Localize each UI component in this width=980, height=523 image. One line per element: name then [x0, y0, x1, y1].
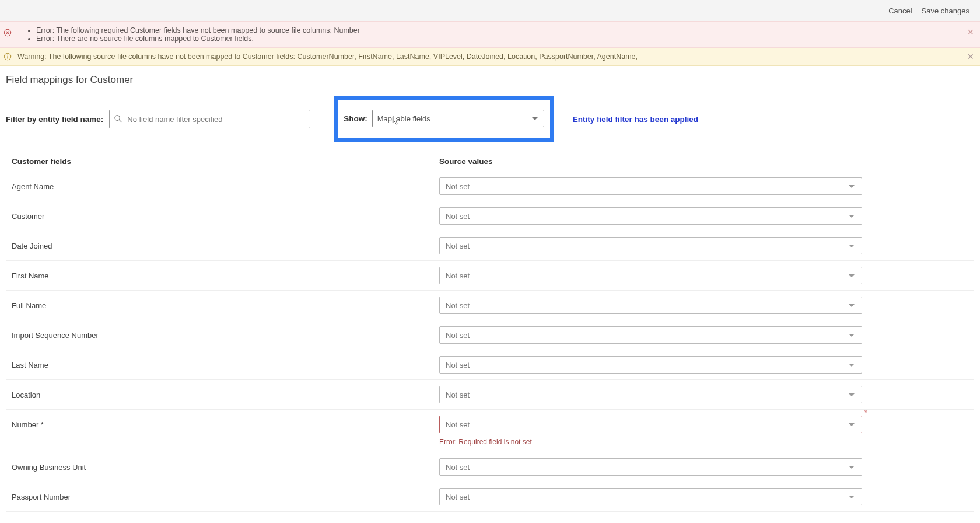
field-label: Full Name: [10, 297, 439, 310]
field-row: LocationNot set: [6, 380, 974, 410]
source-value-dropdown[interactable]: Not set: [439, 386, 862, 403]
field-label: Date Joined: [10, 237, 439, 250]
field-row: CustomerNot set: [6, 201, 974, 231]
field-label: Last Name: [10, 356, 439, 369]
field-row: Number *Not set*Error: Required field is…: [6, 410, 974, 452]
warning-banner: Warning: The following source file colum…: [0, 48, 980, 66]
show-dropdown-value: Mappable fields: [377, 114, 430, 123]
source-value-dropdown[interactable]: Not set: [439, 416, 862, 433]
warning-text: Warning: The following source file colum…: [18, 53, 638, 61]
error-list: Error: The following required Customer f…: [18, 26, 963, 43]
source-values-header: Source values: [439, 157, 970, 166]
close-icon[interactable]: ✕: [967, 27, 974, 37]
source-value-dropdown[interactable]: Not set: [439, 356, 862, 374]
field-label: Location: [10, 386, 439, 399]
field-label: Agent Name: [10, 177, 439, 191]
field-value-column: Not set: [439, 267, 970, 284]
field-row: Import Sequence NumberNot set: [6, 320, 974, 350]
show-dropdown-highlight: Show: Mappable fields: [334, 96, 554, 142]
field-error-message: Error: Required field is not set: [439, 438, 970, 446]
field-row: Full NameNot set: [6, 291, 974, 320]
source-value-dropdown[interactable]: Not set: [439, 488, 862, 505]
cancel-button[interactable]: Cancel: [888, 6, 912, 15]
field-value-column: Not set: [439, 356, 970, 374]
source-value-dropdown[interactable]: Not set: [439, 326, 862, 344]
columns-header: Customer fields Source values: [6, 157, 974, 166]
topbar: Cancel Save changes: [0, 0, 980, 21]
field-label: Import Sequence Number: [10, 326, 439, 340]
field-value-column: Not set: [439, 326, 970, 344]
error-item: Error: The following required Customer f…: [36, 26, 963, 34]
show-dropdown[interactable]: Mappable fields: [372, 110, 544, 127]
field-row: Last NameNot set: [6, 350, 974, 380]
field-row: Passport NumberNot set: [6, 482, 974, 512]
svg-line-7: [120, 120, 122, 122]
search-icon: [114, 114, 123, 123]
required-mark: *: [864, 409, 867, 417]
field-value-column: Not set: [439, 386, 970, 403]
field-value-column: Not set: [439, 237, 970, 254]
customer-fields-header: Customer fields: [10, 157, 439, 166]
field-value-column: Not set: [439, 488, 970, 505]
field-label: Owning Business Unit: [10, 458, 439, 472]
field-row: Owning Business UnitNot set: [6, 452, 974, 482]
filter-applied-text: Entity field filter has been applied: [573, 115, 698, 124]
field-row: First NameNot set: [6, 261, 974, 291]
info-icon: [4, 53, 12, 61]
field-row: Date JoinedNot set: [6, 231, 974, 261]
page-title: Field mappings for Customer: [6, 74, 974, 86]
field-label: Customer: [10, 207, 439, 221]
source-value-dropdown[interactable]: Not set: [439, 297, 862, 314]
filter-row: Filter by entity field name: Show: Mappa…: [6, 96, 974, 142]
field-row: Agent NameNot set: [6, 172, 974, 201]
search-box: [109, 110, 310, 128]
svg-point-4: [7, 55, 8, 56]
field-value-column: Not set*Error: Required field is not set: [439, 416, 970, 446]
field-label: Number *: [10, 416, 439, 429]
field-value-column: Not set: [439, 207, 970, 225]
filter-label: Filter by entity field name:: [6, 115, 103, 124]
source-value-dropdown[interactable]: Not set: [439, 267, 862, 284]
field-label: Passport Number: [10, 488, 439, 501]
filter-input[interactable]: [109, 110, 310, 128]
error-icon: [4, 29, 12, 37]
field-label: First Name: [10, 267, 439, 280]
field-value-column: Not set: [439, 458, 970, 476]
source-value-dropdown[interactable]: Not set: [439, 177, 862, 195]
field-value-column: Not set: [439, 177, 970, 195]
main-content: Field mappings for Customer Filter by en…: [0, 66, 980, 518]
error-item: Error: There are no source file columns …: [36, 34, 963, 43]
field-rows: Agent NameNot setCustomerNot setDate Joi…: [6, 172, 974, 512]
close-icon[interactable]: ✕: [967, 52, 974, 61]
source-value-dropdown[interactable]: Not set: [439, 237, 862, 254]
save-changes-button[interactable]: Save changes: [922, 6, 970, 15]
source-value-dropdown[interactable]: Not set: [439, 458, 862, 476]
source-value-dropdown[interactable]: Not set: [439, 207, 862, 225]
field-value-column: Not set: [439, 297, 970, 314]
show-label: Show:: [344, 114, 368, 123]
svg-point-6: [115, 116, 120, 120]
error-banner: Error: The following required Customer f…: [0, 21, 980, 48]
